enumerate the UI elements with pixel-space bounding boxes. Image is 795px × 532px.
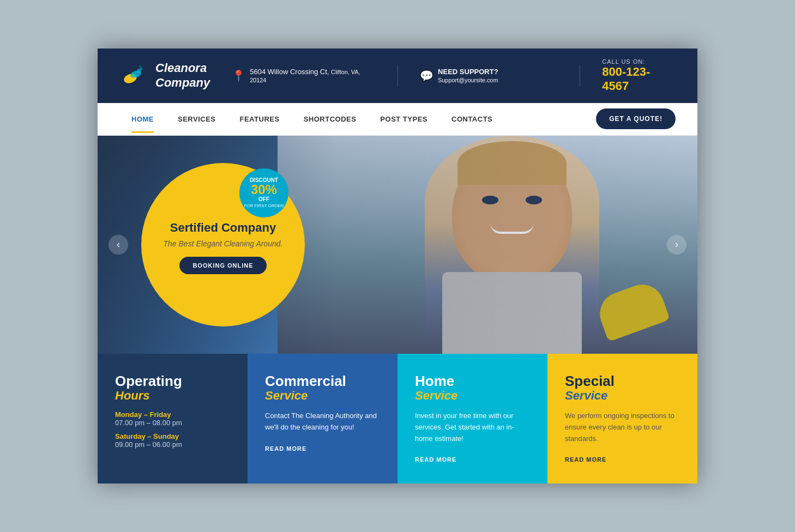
service-operating-hours: Operating Hours Monday – Friday 07.00 pm… bbox=[98, 354, 248, 484]
hero-title: Sertified Company bbox=[170, 221, 276, 235]
service-title-operating: Operating bbox=[115, 373, 230, 389]
service-sub-commercial: Service bbox=[265, 389, 380, 403]
logo-icon bbox=[119, 61, 149, 90]
svg-point-5 bbox=[139, 65, 141, 68]
support-label: NEED SUPPORT? bbox=[438, 68, 498, 76]
service-title-home: Home bbox=[415, 373, 530, 389]
nav-links: HOME SERVICES FEATURES SHORTCODES POST T… bbox=[119, 105, 596, 133]
service-home: Home Service Invest in your free time wi… bbox=[398, 354, 547, 484]
call-us: CALL US ON: 800-123-4567 bbox=[602, 58, 676, 93]
nav-features[interactable]: FEATURES bbox=[228, 105, 292, 133]
service-sub-hours: Hours bbox=[115, 389, 230, 403]
hours-weekday: Monday – Friday 07.00 pm – 08.00 pm bbox=[115, 410, 230, 427]
commercial-desc: Contact The Cleaning Authority and we'll… bbox=[265, 410, 380, 433]
support-email: Support@yoursite.com bbox=[438, 77, 498, 83]
hero-next-arrow[interactable]: › bbox=[667, 235, 686, 255]
service-title-commercial: Commercial bbox=[265, 373, 380, 389]
service-sub-special: Service bbox=[565, 389, 680, 403]
support-icon: 💬 bbox=[420, 69, 433, 82]
discount-off: OFF bbox=[258, 196, 269, 202]
hero-slider: Discount 30% OFF FOR FIRST ORDER Sertifi… bbox=[98, 136, 697, 354]
hero-content: Discount 30% OFF FOR FIRST ORDER Sertifi… bbox=[141, 163, 305, 327]
nav-contacts[interactable]: CONTACTS bbox=[439, 105, 504, 133]
address-line1: 5604 Willow Crossing Ct, bbox=[250, 68, 329, 76]
address-info: 📍 5604 Willow Crossing Ct, Clifton, VA, … bbox=[232, 68, 376, 84]
service-title-special: Special bbox=[565, 373, 680, 389]
quote-button[interactable]: GET A QUOTE! bbox=[596, 108, 676, 129]
nav-services[interactable]: SERVICES bbox=[166, 105, 228, 133]
discount-badge: Discount 30% OFF FOR FIRST ORDER bbox=[239, 168, 288, 217]
hours-weekend: Saturday – Sunday 09.00 pm – 06.00 pm bbox=[115, 432, 230, 449]
hero-prev-arrow[interactable]: ‹ bbox=[109, 235, 128, 255]
location-icon: 📍 bbox=[232, 69, 245, 82]
service-special: Special Service We perform ongoing inspe… bbox=[547, 354, 697, 484]
nav-shortcodes[interactable]: SHORTCODES bbox=[292, 105, 369, 133]
call-number: 800-123-4567 bbox=[602, 65, 676, 93]
hero-subtitle: The Best Elegant Cleaning Around. bbox=[164, 239, 283, 248]
booking-button[interactable]: BOOKING ONLINE bbox=[179, 257, 266, 274]
svg-point-4 bbox=[140, 67, 143, 70]
service-commercial: Commercial Service Contact The Cleaning … bbox=[248, 354, 398, 484]
discount-percentage: 30% bbox=[251, 183, 277, 196]
call-label: CALL US ON: bbox=[602, 58, 676, 65]
home-desc: Invest in your free time with our servic… bbox=[415, 410, 530, 444]
header-divider bbox=[398, 65, 398, 87]
commercial-read-more[interactable]: READ MORE bbox=[265, 445, 306, 452]
main-nav: HOME SERVICES FEATURES SHORTCODES POST T… bbox=[98, 103, 697, 136]
header-divider-2 bbox=[580, 65, 580, 87]
special-desc: We perform ongoing inspections to ensure… bbox=[565, 410, 680, 444]
home-read-more[interactable]: READ MORE bbox=[415, 456, 456, 463]
website-wrapper: Cleanora Company 📍 5604 Willow Crossing … bbox=[98, 49, 697, 484]
service-sub-home: Service bbox=[415, 389, 530, 403]
nav-post-types[interactable]: POST TYPES bbox=[368, 105, 439, 133]
logo[interactable]: Cleanora Company bbox=[119, 61, 210, 90]
header: Cleanora Company 📍 5604 Willow Crossing … bbox=[98, 49, 697, 103]
logo-text: Cleanora Company bbox=[155, 61, 210, 90]
nav-home[interactable]: HOME bbox=[119, 105, 166, 133]
discount-subtitle: FOR FIRST ORDER bbox=[244, 203, 284, 209]
weekday-value: 07.00 pm – 08.00 pm bbox=[115, 419, 230, 427]
hero-yellow-circle: Discount 30% OFF FOR FIRST ORDER Sertifi… bbox=[141, 163, 305, 327]
services-grid: Operating Hours Monday – Friday 07.00 pm… bbox=[98, 354, 697, 484]
support-info: 💬 NEED SUPPORT? Support@yoursite.com bbox=[420, 68, 558, 84]
weekend-label: Saturday – Sunday bbox=[115, 432, 230, 440]
special-read-more[interactable]: READ MORE bbox=[565, 456, 606, 463]
weekend-value: 09.00 pm – 06.00 pm bbox=[115, 440, 230, 449]
weekday-label: Monday – Friday bbox=[115, 410, 230, 419]
